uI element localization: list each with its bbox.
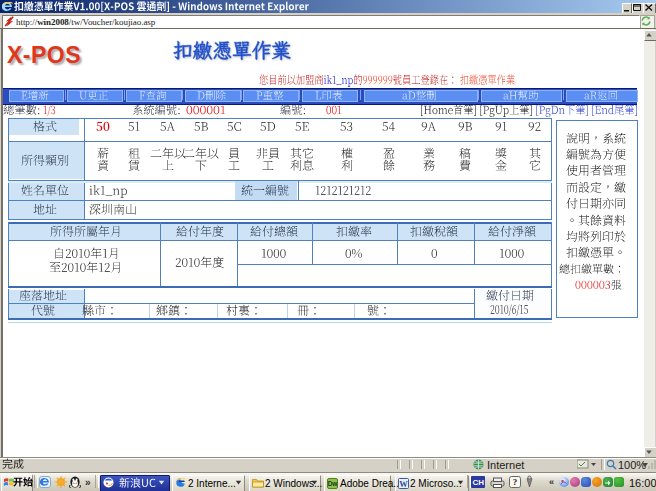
svg-text:W: W bbox=[399, 478, 408, 488]
svg-text:Dw: Dw bbox=[327, 480, 337, 487]
svg-text:?: ? bbox=[513, 477, 518, 487]
